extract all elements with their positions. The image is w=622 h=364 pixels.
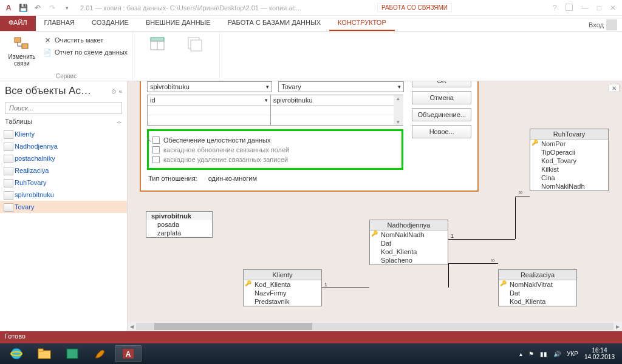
- relationships-canvas[interactable]: ✕ spivrobitnuk posada zarplata Klienty K…: [128, 81, 622, 331]
- integrity-options-highlight: Обеспечение целостности данных↖ каскадно…: [147, 129, 403, 170]
- hide-table-button[interactable]: [178, 34, 212, 53]
- edit-relationships-dialog[interactable]: Таблица/запрос: spivrobitnuku▾ Связанная…: [140, 81, 479, 192]
- account-signin[interactable]: Вход: [584, 16, 622, 31]
- svg-text:A: A: [126, 350, 131, 359]
- help-icon[interactable]: ?: [553, 4, 557, 12]
- nav-pane-header[interactable]: Все объекты Ac… ⊙«: [0, 81, 127, 101]
- nav-dropdown-icon[interactable]: ⊙: [111, 88, 116, 95]
- access-app-icon[interactable]: A: [2, 2, 15, 14]
- nav-item-postachalniky[interactable]: postachalniky: [0, 152, 127, 164]
- ribbon-group-label: Сервис: [0, 73, 132, 79]
- tray-up-icon[interactable]: ▴: [519, 351, 522, 357]
- report-icon: 📄: [43, 47, 52, 57]
- tab-dbtools[interactable]: РАБОТА С БАЗАМИ ДАННЫХ: [219, 16, 329, 31]
- svg-rect-6: [191, 40, 202, 51]
- table-spivrobitnuku[interactable]: spivrobitnuk posada zarplata: [146, 211, 213, 238]
- cursor-icon: ↖: [146, 136, 152, 144]
- edit-relationships-button[interactable]: Изменить связи: [5, 34, 39, 67]
- table-icon: [148, 34, 167, 53]
- new-button[interactable]: Новое...: [412, 125, 471, 138]
- tray-network-icon[interactable]: ▮▮: [540, 351, 547, 357]
- status-bar: Готово: [0, 331, 622, 343]
- nav-item-realizaciya[interactable]: Realizaciya: [0, 164, 127, 177]
- qat-dropdown-icon[interactable]: ▾: [61, 2, 73, 14]
- nav-search: [0, 101, 127, 115]
- integrity-checkbox[interactable]: Обеспечение целостности данных↖: [152, 135, 398, 145]
- ribbon-collapse-icon[interactable]: [566, 4, 573, 11]
- show-table-button[interactable]: [140, 34, 174, 53]
- maximize-icon[interactable]: □: [597, 4, 601, 12]
- nav-item-klienty[interactable]: Klienty: [0, 128, 127, 140]
- workspace: Все объекты Ac… ⊙« Таблицы︿ Klienty Nadh…: [0, 81, 622, 331]
- ok-button[interactable]: OK: [412, 81, 471, 87]
- navigation-pane: Все объекты Ac… ⊙« Таблицы︿ Klienty Nadh…: [0, 81, 128, 331]
- tray-clock[interactable]: 16:14 14.02.2013: [584, 347, 615, 360]
- contextual-tools-label: РАБОТА СО СВЯЗЯМИ: [377, 3, 452, 12]
- window-controls: ? — □ ✕: [549, 4, 620, 12]
- avatar-icon: [606, 19, 617, 30]
- nav-search-input[interactable]: [5, 102, 122, 114]
- nav-item-spivrobitnuku[interactable]: spivrobitnuku: [0, 189, 127, 201]
- tray-volume-icon[interactable]: 🔊: [553, 351, 561, 357]
- field-list-scrollbar[interactable]: ▴▾: [394, 95, 403, 125]
- tray-language[interactable]: УКР: [567, 351, 578, 357]
- save-icon[interactable]: 💾: [17, 2, 29, 14]
- nav-item-tovary[interactable]: Tovary: [0, 201, 127, 213]
- table-realizaciya[interactable]: Realizaciya NomNaklVitrat Dat Kod_Klient…: [498, 269, 577, 306]
- chevron-up-icon: ︿: [117, 118, 122, 126]
- nav-group-tables[interactable]: Таблицы︿: [0, 115, 127, 128]
- taskbar-access-icon[interactable]: A: [115, 345, 142, 362]
- table-ruhtovary[interactable]: RuhTovary NomPor TipOperacii Kod_Tovary …: [530, 129, 609, 191]
- tab-home[interactable]: ГЛАВНАЯ: [36, 16, 83, 31]
- relation-type-label: Тип отношения:: [148, 175, 197, 182]
- taskbar-app1-icon[interactable]: [59, 345, 86, 362]
- svg-rect-0: [15, 38, 21, 42]
- chevron-down-icon: ▾: [265, 97, 268, 103]
- cancel-button[interactable]: Отмена: [412, 91, 471, 104]
- taskbar-explorer-icon[interactable]: [31, 345, 58, 362]
- window-titlebar: A 💾 ↶ ↷ ▾ 2.01 — копия : база данных- C:…: [0, 0, 622, 16]
- cascade-delete-checkbox[interactable]: каскадное удаление связанных записей: [152, 155, 398, 164]
- tab-design[interactable]: КОНСТРУКТОР: [329, 16, 395, 31]
- taskbar-paint-icon[interactable]: [87, 345, 114, 362]
- ribbon-group-hidden: [133, 32, 220, 81]
- undo-icon[interactable]: ↶: [32, 2, 44, 14]
- join-button[interactable]: Объединение...: [412, 108, 471, 121]
- nav-item-nadhodjennya[interactable]: Nadhodjennya: [0, 140, 127, 152]
- nav-collapse-icon[interactable]: «: [118, 88, 122, 95]
- minimize-icon[interactable]: —: [581, 4, 589, 12]
- right-table-combo[interactable]: Tovary▾: [278, 81, 403, 92]
- table-klienty[interactable]: Klienty Kod_Klienta NazvFirmy Predstavni…: [243, 269, 322, 306]
- relationship-report-button[interactable]: 📄Отчет по схеме данных: [43, 46, 128, 58]
- window-title: 2.01 — копия : база данных- C:\Users\Ири…: [73, 4, 377, 12]
- clear-layout-button[interactable]: ✕Очистить макет: [43, 34, 128, 46]
- taskbar-ie-icon[interactable]: [3, 345, 30, 362]
- canvas-close-button[interactable]: ✕: [609, 84, 620, 92]
- tab-create[interactable]: СОЗДАНИЕ: [83, 16, 137, 31]
- tray-flag-icon[interactable]: ⚑: [528, 351, 534, 357]
- ribbon: Изменить связи ✕Очистить макет 📄Отчет по…: [0, 32, 622, 81]
- relation-type-value: один-ко-многим: [208, 175, 257, 182]
- nav-item-ruhtovary[interactable]: RuhTovary: [0, 177, 127, 189]
- left-table-combo[interactable]: spivrobitnuku▾: [147, 81, 272, 92]
- close-icon[interactable]: ✕: [610, 4, 616, 12]
- svg-rect-12: [38, 351, 50, 359]
- tab-external[interactable]: ВНЕШНИЕ ДАННЫЕ: [137, 16, 219, 31]
- chevron-down-icon: ▾: [398, 84, 401, 90]
- svg-rect-1: [22, 44, 28, 49]
- left-field-combo[interactable]: id▾: [148, 95, 270, 106]
- cascade-update-checkbox[interactable]: каскадное обновление связанных полей: [152, 145, 398, 155]
- table-nadhodjennya[interactable]: Nadhodjennya NomNaklNadh Dat Kod_Klienta…: [369, 220, 448, 265]
- redo-icon[interactable]: ↷: [46, 2, 58, 14]
- svg-point-10: [11, 348, 22, 359]
- right-field-cell[interactable]: spivrobitnuku: [271, 95, 394, 106]
- svg-rect-14: [67, 349, 78, 359]
- system-tray: ▴ ⚑ ▮▮ 🔊 УКР 16:14 14.02.2013: [519, 347, 620, 360]
- canvas-scrollbar[interactable]: ◂ ▸: [128, 322, 622, 331]
- hide-table-icon: [185, 34, 205, 53]
- ribbon-tabs: ФАЙЛ ГЛАВНАЯ СОЗДАНИЕ ВНЕШНИЕ ДАННЫЕ РАБ…: [0, 16, 622, 32]
- chevron-down-icon: ▾: [266, 84, 269, 90]
- tab-file[interactable]: ФАЙЛ: [0, 16, 36, 31]
- svg-rect-13: [38, 349, 43, 351]
- svg-rect-2: [151, 38, 164, 41]
